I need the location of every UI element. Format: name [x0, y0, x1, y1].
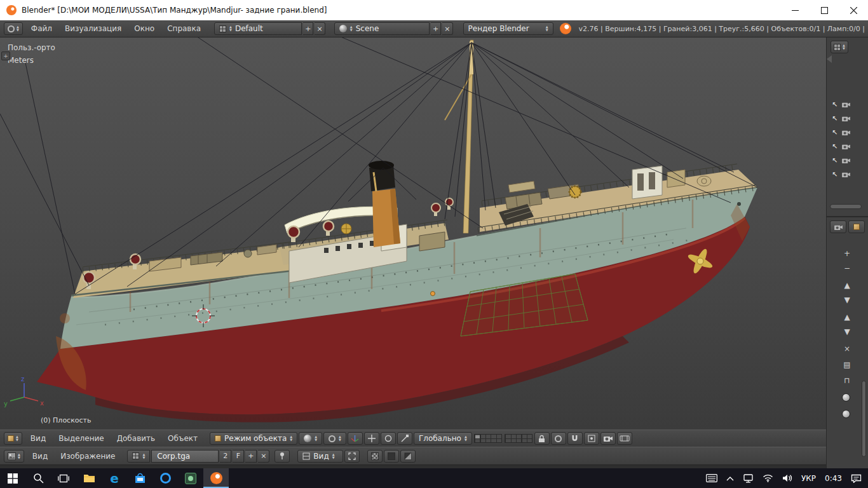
manipulator-toggle-button[interactable] — [348, 432, 363, 445]
pivot-selector[interactable]: ▲▼ — [323, 432, 346, 445]
opengl-render-anim-button[interactable] — [617, 432, 632, 445]
zoom-in-button[interactable]: + — [841, 247, 853, 260]
scene-selector[interactable]: ▲▼ Scene — [334, 22, 430, 35]
translate-manipulator-button[interactable] — [364, 432, 379, 445]
render-engine-selector[interactable]: Рендер Blender ▲▼ — [463, 22, 553, 35]
ethernet-icon[interactable] — [743, 474, 754, 483]
menu-image[interactable]: Изображение — [55, 451, 121, 462]
snap-toggle-button[interactable] — [567, 432, 583, 445]
minimize-button[interactable] — [780, 0, 810, 20]
page-down-button[interactable]: ▼ — [841, 325, 853, 338]
outliner-row-3[interactable]: ↖ — [832, 126, 851, 138]
outliner-editor-button[interactable]: ▲▼ — [831, 41, 848, 53]
scroll-down-button[interactable]: ▼ — [841, 294, 853, 306]
properties-object-tab[interactable] — [848, 220, 865, 233]
search-button[interactable] — [25, 468, 51, 488]
lock-icon — [538, 435, 545, 443]
wifi-icon[interactable] — [763, 474, 773, 482]
viewport-3d[interactable]: x y z Польз.-орто Meters + (0) Плоскость — [0, 37, 826, 430]
translate-icon — [368, 435, 376, 442]
outliner-row-1[interactable]: ↖ — [832, 98, 851, 110]
add-scene-button[interactable]: + — [431, 22, 441, 35]
image-name-field[interactable]: Corp.tga — [151, 450, 219, 463]
draw-channel-alpha-button[interactable] — [384, 450, 399, 463]
menu-window[interactable]: Окно — [128, 23, 160, 34]
delete-button[interactable]: × — [841, 342, 853, 355]
menu-select[interactable]: Выделение — [53, 433, 109, 444]
taskbar-browser-circle[interactable] — [153, 468, 178, 488]
menu-file[interactable]: Файл — [25, 23, 58, 34]
menu-render[interactable]: Визуализация — [59, 23, 127, 34]
shading-selector[interactable]: ▲▼ — [299, 432, 322, 445]
screen-layout-selector[interactable]: ▲▼ Default — [214, 22, 302, 35]
unlink-scene-button[interactable]: × — [442, 22, 452, 35]
lock-to-scene-button[interactable] — [534, 432, 550, 445]
uv-expand-button[interactable] — [344, 450, 360, 463]
taskbar-empty-area[interactable] — [229, 468, 700, 488]
layers-widget-1[interactable] — [474, 434, 502, 443]
editor-type-button-3dview[interactable]: ▲▼ — [4, 432, 22, 445]
layers-widget-2[interactable] — [505, 434, 532, 443]
close-button[interactable] — [839, 0, 868, 20]
image-browse-button[interactable]: ▲▼ — [127, 450, 150, 463]
proportional-edit-button[interactable] — [551, 432, 566, 445]
clock[interactable]: 0:43 — [825, 474, 842, 483]
unlink-image-button[interactable]: × — [258, 450, 269, 463]
menu-view[interactable]: Вид — [25, 433, 51, 444]
mode-selector[interactable]: Режим объекта ▲▼ — [210, 432, 297, 445]
hidden-icons-chevron[interactable] — [726, 476, 734, 481]
fake-user-button[interactable]: F — [233, 450, 244, 463]
menu-image-view[interactable]: Вид — [27, 451, 53, 462]
draw-channel-z-button[interactable] — [400, 450, 416, 463]
outliner-scrollbar[interactable] — [830, 204, 862, 209]
rotate-manipulator-button[interactable] — [381, 432, 396, 445]
image-view-mode-selector[interactable]: Вид ▲▼ — [297, 450, 343, 463]
orientation-selector[interactable]: Глобально ▲▼ — [414, 432, 472, 445]
scene-statistics: v2.76 | Вершин:4,175 | Граней:3,061 | Тр… — [579, 25, 865, 33]
add-layout-button[interactable]: + — [303, 22, 313, 35]
opengl-render-button[interactable] — [600, 432, 616, 445]
start-button[interactable] — [0, 468, 25, 488]
new-image-button[interactable]: + — [245, 450, 257, 463]
zoom-out-button[interactable]: − — [841, 262, 853, 274]
snap-element-button[interactable] — [584, 432, 599, 445]
select-toggle-icon: ↖ — [832, 100, 837, 109]
shape-button[interactable]: ⊓ — [841, 374, 853, 387]
editor-type-button-info[interactable]: ▲▼ — [4, 22, 23, 35]
volume-icon[interactable] — [782, 474, 792, 482]
panel-expand-arrow[interactable] — [827, 55, 832, 63]
maximize-button[interactable] — [810, 0, 839, 20]
draw-channel-color-button[interactable] — [367, 450, 383, 463]
task-view-button[interactable] — [51, 468, 76, 488]
slider-knob-1[interactable] — [842, 393, 850, 402]
list-view-button[interactable]: ▤ — [841, 358, 853, 371]
taskbar-edge[interactable]: e — [102, 468, 127, 488]
proportional-icon — [555, 435, 562, 442]
menu-object[interactable]: Объект — [162, 433, 203, 444]
menu-add[interactable]: Добавить — [111, 433, 161, 444]
image-users-count[interactable]: 2 — [220, 450, 231, 463]
menu-help[interactable]: Справка — [161, 23, 207, 34]
pin-button[interactable] — [275, 450, 290, 463]
scale-manipulator-button[interactable] — [397, 432, 412, 445]
outliner-row-2[interactable]: ↖ — [832, 112, 851, 124]
slider-knob-2[interactable] — [842, 410, 850, 418]
outliner-row-5[interactable]: ↖ — [832, 154, 851, 166]
page-up-button[interactable]: ▲ — [841, 311, 853, 323]
language-indicator[interactable]: УКР — [801, 474, 816, 483]
taskbar-store[interactable] — [127, 468, 153, 488]
taskbar-blender[interactable] — [203, 468, 229, 488]
taskbar-file-explorer[interactable] — [76, 468, 102, 488]
toolshelf-expand-button[interactable]: + — [1, 51, 10, 60]
outliner-row-4[interactable]: ↖ — [832, 140, 851, 152]
scroll-up-button[interactable]: ▲ — [841, 279, 853, 292]
editor-type-button-image[interactable]: ▲▼ — [4, 450, 24, 463]
unlink-layout-button[interactable]: × — [315, 22, 325, 35]
properties-scrollbar[interactable] — [862, 381, 866, 457]
taskbar-app-green[interactable] — [178, 468, 203, 488]
notification-icon[interactable] — [851, 474, 862, 483]
properties-render-tab[interactable] — [830, 220, 846, 233]
outliner-row-6[interactable]: ↖ — [832, 168, 851, 180]
touch-keyboard-icon[interactable] — [706, 474, 717, 482]
editor-divider[interactable] — [827, 216, 868, 217]
